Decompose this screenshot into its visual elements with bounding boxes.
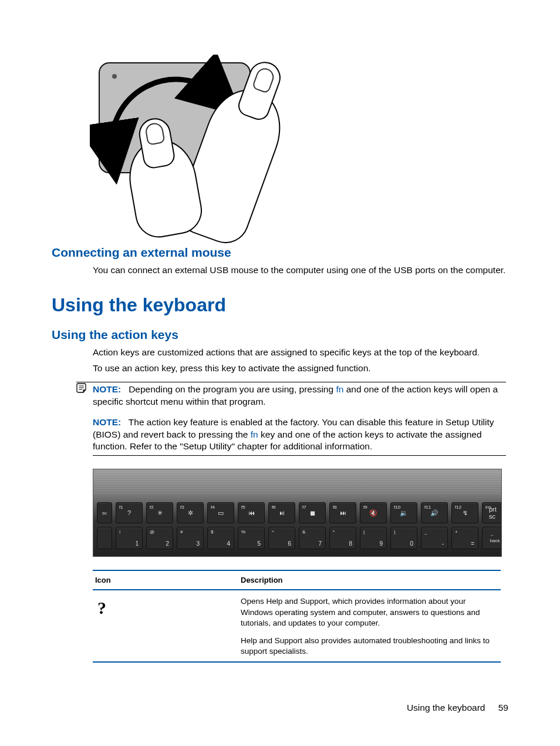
footer-page-number: 59 (498, 703, 508, 713)
key-tilde (97, 527, 112, 549)
number-key--: _- (421, 527, 448, 549)
action-key-7: f7◼ (299, 502, 326, 523)
key-esc: sc (97, 502, 112, 523)
footer-section-title: Using the keyboard (407, 703, 485, 713)
fn-key-2: fn (251, 429, 258, 439)
note-label-2: NOTE: (93, 417, 121, 427)
touchpad-rotate-illustration (93, 52, 257, 234)
action-key-4: f4▭ (207, 502, 234, 523)
paragraph-connecting-mouse: You can connect an external USB mouse to… (93, 264, 508, 277)
paragraph-action-keys-1: Action keys are customized actions that … (93, 347, 508, 359)
table-header-icon: Icon (93, 570, 238, 590)
number-key-8: *8 (329, 527, 356, 549)
number-key-=: += (451, 527, 478, 549)
action-key-2: f2✳ (146, 502, 173, 523)
help-icon: ? (97, 596, 106, 620)
action-key-8: f8⏭ (329, 502, 356, 523)
action-key-1: f1? (116, 502, 143, 523)
action-key-12: f12↯ (451, 502, 478, 523)
number-key-4: $4 (207, 527, 234, 549)
page-footer: Using the keyboard 59 (407, 703, 508, 713)
number-key-1: !1 (116, 527, 143, 549)
table-row: ? Opens Help and Support, which provides… (93, 590, 501, 662)
paragraph-action-keys-2: To use an action key, press this key to … (93, 362, 508, 375)
note-paragraph-1: NOTE: Depending on the program you are u… (93, 384, 506, 408)
action-key-13: insprt sc (482, 502, 502, 523)
action-key-9: f9🔇 (360, 502, 387, 523)
number-key-9: (9 (360, 527, 387, 549)
action-key-table: Icon Description ? Opens Help and Suppor… (93, 570, 501, 663)
keyboard-illustration: scf1?f2✳f3✲f4▭f5⏮f6⏯f7◼f8⏭f9🔇f10🔉f11🔊f12… (93, 469, 502, 557)
number-key-2: @2 (146, 527, 173, 549)
number-key-7: &7 (299, 527, 326, 549)
action-key-3: f3✲ (177, 502, 204, 523)
action-key-10: f10🔉 (390, 502, 417, 523)
note-block: NOTE: Depending on the program you are u… (76, 382, 508, 456)
number-key-0: )0 (390, 527, 417, 549)
action-key-5: f5⏮ (238, 502, 265, 523)
action-key-11: f11🔊 (421, 502, 448, 523)
table-header-description: Description (238, 570, 501, 590)
action-key-6: f6⏯ (268, 502, 295, 523)
number-key-3: #3 (177, 527, 204, 549)
row1-description-2: Help and Support also provides automated… (241, 636, 498, 657)
note-1-text-a: Depending on the program you are using, … (129, 384, 336, 394)
heading-using-action-keys: Using the action keys (52, 328, 508, 342)
number-key-6: ^6 (268, 527, 295, 549)
number-key-5: %5 (238, 527, 265, 549)
note-label-1: NOTE: (93, 384, 121, 394)
note-icon (76, 383, 88, 397)
heading-using-keyboard: Using the keyboard (52, 294, 508, 316)
row1-description-1: Opens Help and Support, which provides i… (241, 596, 498, 629)
fn-key-1: fn (336, 384, 343, 394)
heading-connecting-mouse: Connecting an external mouse (52, 246, 508, 260)
note-paragraph-2: NOTE: The action key feature is enabled … (93, 416, 506, 456)
key-backspace: ← back (482, 527, 502, 549)
